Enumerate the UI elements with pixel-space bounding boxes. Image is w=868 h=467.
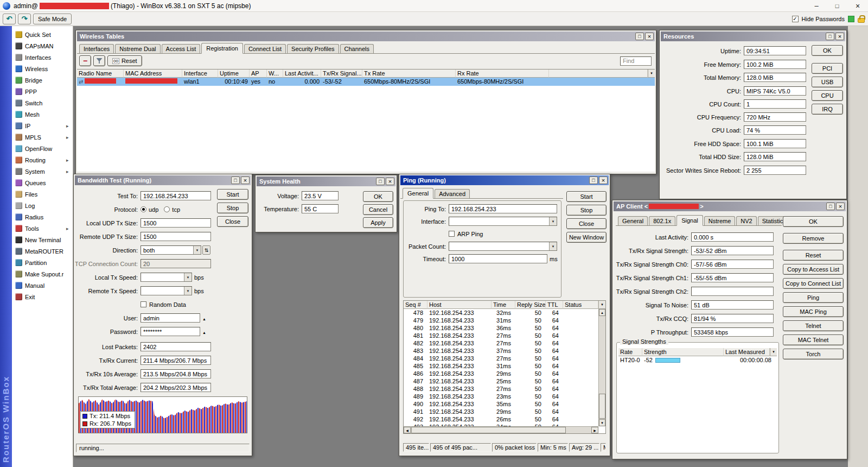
- tab-general[interactable]: General: [618, 216, 648, 225]
- tab-registration[interactable]: Registration: [201, 43, 243, 54]
- tab-nv2[interactable]: NV2: [736, 216, 756, 225]
- chevron-down-icon[interactable]: [193, 246, 201, 254]
- registration-row[interactable]: wlan1 00:10:49 yes no 0.000 -53/-52 650M…: [77, 78, 655, 86]
- window-titlebar[interactable]: AP Client <>: [614, 201, 846, 211]
- password-field[interactable]: ********: [141, 327, 200, 336]
- close-icon[interactable]: [599, 176, 608, 184]
- close-icon[interactable]: [241, 176, 250, 184]
- chevron-down-icon[interactable]: [549, 242, 557, 250]
- interface-select[interactable]: [449, 217, 557, 226]
- sidebar-item-new-terminal[interactable]: New Terminal: [12, 234, 73, 245]
- sidebar-item-routing[interactable]: Routing ▸: [12, 154, 73, 166]
- find-input[interactable]: [620, 56, 652, 66]
- sidebar-item-openflow[interactable]: OpenFlow: [12, 143, 73, 154]
- close-icon[interactable]: [645, 33, 654, 40]
- column-header[interactable]: Rx Rate: [456, 70, 549, 78]
- sidebar-item-make-supout[interactable]: Make Supout.rif: [12, 268, 73, 280]
- close-icon[interactable]: [386, 178, 394, 185]
- maximize-icon[interactable]: [589, 176, 598, 184]
- column-header[interactable]: Rate: [618, 348, 642, 356]
- ping-row[interactable]: 480 192.168.254.233 36ms 50 64: [404, 324, 598, 332]
- apply-button[interactable]: Apply: [363, 217, 393, 228]
- telnet-button[interactable]: Telnet: [783, 320, 844, 331]
- undo-button[interactable]: [3, 14, 16, 24]
- tab-8021x[interactable]: 802.1x: [649, 216, 675, 225]
- ping-row[interactable]: 488 192.168.254.233 27ms 50 64: [404, 385, 598, 393]
- column-header[interactable]: Seq #: [404, 301, 427, 309]
- tab-access-list[interactable]: Access List: [162, 44, 201, 53]
- maximize-icon[interactable]: [376, 178, 385, 185]
- sidebar-item-mesh[interactable]: Mesh: [12, 109, 73, 120]
- sidebar-item-radius[interactable]: Radius: [12, 211, 73, 223]
- cpu-button[interactable]: CPU: [812, 90, 843, 101]
- column-header[interactable]: MAC Address: [124, 70, 182, 78]
- column-header[interactable]: Uptime: [218, 70, 250, 78]
- ping-to-field[interactable]: 192.168.254.233: [449, 204, 557, 213]
- mac-ping-button[interactable]: MAC Ping: [783, 306, 844, 317]
- remove-entry-button[interactable]: [79, 55, 91, 66]
- start-button[interactable]: Start: [566, 191, 607, 202]
- reset-counters-button[interactable]: 00 Reset: [107, 55, 142, 66]
- ping-button[interactable]: Ping: [783, 292, 844, 303]
- window-titlebar[interactable]: System Health: [257, 176, 395, 186]
- sidebar-item-quick-set[interactable]: Quick Set: [12, 29, 73, 40]
- signal-strength-row[interactable]: HT20-0 -52 00:00:00.08: [618, 356, 777, 364]
- window-titlebar[interactable]: Bandwidth Test (Running): [75, 175, 251, 185]
- tab-nstreme[interactable]: Nstreme: [704, 216, 736, 225]
- irq-button[interactable]: IRQ: [812, 104, 843, 115]
- column-header[interactable]: TTL: [546, 301, 563, 309]
- timeout-field[interactable]: 1000: [449, 254, 547, 263]
- sidebar-item-interfaces[interactable]: Interfaces: [12, 52, 73, 63]
- column-header[interactable]: AP: [250, 70, 267, 78]
- tab-connect-list[interactable]: Connect List: [244, 44, 286, 53]
- column-header[interactable]: Last Measured: [724, 348, 770, 356]
- column-header[interactable]: Interface: [182, 70, 218, 78]
- window-titlebar[interactable]: Ping (Running): [400, 175, 609, 185]
- maximize-icon[interactable]: [826, 33, 834, 40]
- expand-up-icon[interactable]: [202, 315, 206, 321]
- user-field[interactable]: admin: [141, 313, 200, 323]
- close-icon[interactable]: [847, 0, 868, 12]
- scroll-right-icon[interactable]: [591, 427, 598, 433]
- maximize-icon[interactable]: [231, 176, 240, 184]
- chevron-down-icon[interactable]: [549, 217, 557, 225]
- maximize-icon[interactable]: [635, 33, 644, 40]
- ok-button[interactable]: OK: [812, 45, 843, 56]
- close-icon[interactable]: [836, 203, 845, 210]
- arp-ping-checkbox[interactable]: [449, 231, 455, 237]
- maximize-icon[interactable]: [827, 0, 847, 12]
- stop-button[interactable]: Stop: [566, 205, 607, 216]
- sidebar-item-ppp[interactable]: PPP: [12, 86, 73, 97]
- ping-row[interactable]: 490 192.168.254.233 35ms 50 64: [404, 400, 598, 408]
- tab-nstreme-dual[interactable]: Nstreme Dual: [115, 44, 160, 53]
- column-header[interactable]: Tx Rate: [362, 70, 456, 78]
- packet-count-select[interactable]: [449, 242, 557, 251]
- column-header[interactable]: Time: [492, 301, 515, 309]
- minimize-icon[interactable]: [806, 0, 827, 12]
- column-header[interactable]: Last Activit...: [283, 70, 321, 78]
- ping-row[interactable]: 483 192.168.254.233 37ms 50 64: [404, 347, 598, 355]
- scroll-left-icon[interactable]: [404, 427, 411, 433]
- sidebar-item-ip[interactable]: IP ▸: [12, 120, 73, 131]
- direction-toggle-button[interactable]: [202, 245, 210, 255]
- redo-button[interactable]: [18, 14, 31, 24]
- random-data-checkbox[interactable]: [141, 301, 146, 307]
- pci-button[interactable]: PCI: [812, 63, 843, 74]
- tab-signal[interactable]: Signal: [676, 215, 703, 226]
- scroll-thumb[interactable]: [411, 427, 566, 433]
- tab-channels[interactable]: Channels: [340, 44, 374, 53]
- column-header[interactable]: Status: [563, 301, 598, 309]
- sidebar-item-manual[interactable]: Manual: [12, 280, 73, 291]
- sidebar-item-switch[interactable]: Switch: [12, 97, 73, 109]
- column-header[interactable]: Tx/Rx Signal...: [321, 70, 362, 78]
- stop-button[interactable]: Stop: [217, 203, 248, 213]
- tab-security-profiles[interactable]: Security Profiles: [287, 44, 339, 53]
- chevron-down-icon[interactable]: [184, 273, 192, 281]
- expand-up-icon[interactable]: [202, 329, 206, 335]
- local-udp-tx-size-field[interactable]: 1500: [141, 218, 211, 228]
- window-titlebar[interactable]: Wireless Tables: [77, 31, 655, 41]
- cancel-button[interactable]: Cancel: [363, 204, 393, 215]
- scroll-up-icon[interactable]: [599, 309, 605, 316]
- filter-button[interactable]: [93, 55, 105, 66]
- tab-general[interactable]: General: [403, 188, 433, 199]
